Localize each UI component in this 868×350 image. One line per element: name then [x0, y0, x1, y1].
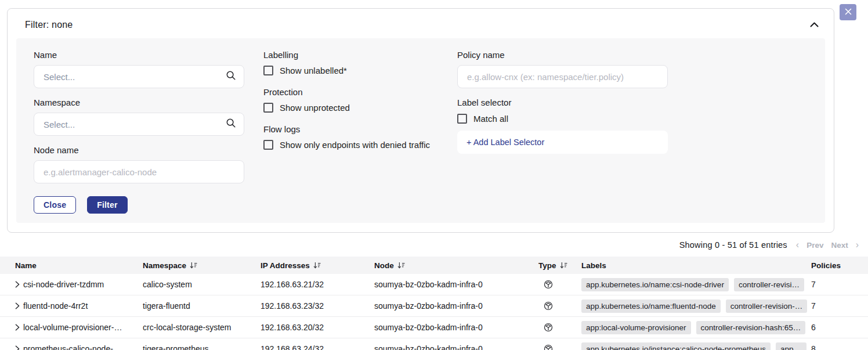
pagination-bar: Showing 0 - 51 of 51 entries ‹ Prev Next… [0, 233, 868, 257]
entries-summary: Showing 0 - 51 of 51 entries [679, 240, 787, 250]
add-label-selector-button[interactable]: + Add Label Selector [457, 131, 668, 154]
policies-count: 7 [811, 280, 868, 289]
table-row[interactable]: fluentd-node-4rr2ttigera-fluentd192.168.… [0, 295, 868, 317]
endpoint-node: soumya-bz-0zbo-kadm-infra-0 [374, 323, 538, 332]
endpoint-name: csi-node-driver-tzdmm [23, 280, 143, 289]
expand-chevron-icon [15, 324, 20, 331]
endpoint-type [538, 301, 581, 311]
namespace-select-input[interactable] [42, 119, 226, 130]
pod-type-icon [544, 323, 553, 332]
close-button[interactable]: Close [34, 196, 76, 214]
endpoint-labels: app:local-volume-provisionercontroller-r… [581, 321, 811, 334]
table-header: NameNamespaceIP AddressesNodeTypeLabelsP… [0, 257, 868, 274]
node-name-field-label: Node name [34, 145, 244, 155]
denied-traffic-checkbox[interactable]: Show only endpoints with denied traffic [263, 140, 441, 150]
table-body: csi-node-driver-tzdmmcalico-system192.16… [0, 274, 868, 350]
filter-button[interactable]: Filter [87, 196, 127, 214]
column-header-node[interactable]: Node [374, 261, 538, 270]
checkbox-icon [263, 140, 273, 150]
name-select[interactable] [34, 65, 244, 88]
filter-column-right: Policy name Label selector Match all + A… [457, 50, 668, 154]
show-unlabelled-checkbox[interactable]: Show unlabelled* [263, 66, 441, 75]
sort-icon[interactable] [560, 262, 567, 269]
show-unprotected-label: Show unprotected [280, 103, 350, 113]
policies-count: 8 [811, 344, 868, 350]
name-field-label: Name [34, 50, 244, 60]
table-row[interactable]: csi-node-driver-tzdmmcalico-system192.16… [0, 274, 868, 295]
endpoint-node: soumya-bz-0zbo-kadm-infra-0 [374, 280, 538, 289]
prev-chevron-icon[interactable]: ‹ [796, 240, 799, 250]
flow-logs-group-label: Flow logs [263, 124, 441, 134]
pager: ‹ Prev Next › [796, 240, 859, 250]
expand-row-button[interactable] [15, 281, 23, 288]
prev-button[interactable]: Prev [806, 241, 823, 250]
next-button[interactable]: Next [831, 241, 848, 250]
checkbox-icon [457, 114, 467, 124]
sort-icon[interactable] [313, 262, 321, 269]
endpoint-name: local-volume-provisioner-… [23, 323, 143, 332]
column-header-policies: Policies [811, 261, 868, 270]
labelling-group-label: Labelling [263, 50, 441, 60]
filter-panel-header: Filter: none [8, 9, 834, 38]
close-panel-button[interactable] [840, 4, 856, 20]
protection-group-label: Protection [263, 87, 441, 97]
sort-icon[interactable] [190, 262, 197, 269]
endpoint-ip: 192.168.63.20/32 [261, 323, 374, 332]
node-name-field[interactable] [34, 160, 244, 183]
label-chip: controller-revisi… [734, 278, 804, 291]
expand-chevron-icon [15, 281, 20, 288]
endpoint-labels: app.kubernetes.io/name:fluentd-nodecontr… [581, 300, 811, 313]
column-header-ip-addresses[interactable]: IP Addresses [261, 261, 374, 270]
collapse-panel-button[interactable] [808, 18, 821, 31]
endpoint-node: soumya-bz-0zbo-kadm-infra-0 [374, 344, 538, 350]
endpoint-name: prometheus-calico-node-… [23, 344, 143, 350]
column-header-type[interactable]: Type [538, 261, 581, 270]
endpoint-namespace: tigera-prometheus [143, 344, 261, 350]
filter-panel: Filter: none Name Namespace [7, 8, 834, 233]
policies-count: 7 [811, 301, 868, 311]
policy-name-input[interactable] [466, 71, 660, 82]
next-chevron-icon[interactable]: › [856, 240, 859, 250]
filter-form: Name Namespace Node name [16, 38, 825, 223]
filter-buttons: Close Filter [34, 196, 244, 214]
policies-count: 6 [811, 323, 868, 332]
search-icon [226, 118, 236, 131]
table-row[interactable]: local-volume-provisioner-…crc-local-stor… [0, 317, 868, 338]
filter-column-middle: Labelling Show unlabelled* Protection Sh… [263, 50, 441, 150]
expand-row-button[interactable] [15, 345, 23, 350]
filter-column-left: Name Namespace Node name [34, 50, 244, 214]
pod-type-icon [544, 280, 553, 289]
label-chip: app.... [776, 342, 807, 350]
expand-chevron-icon [15, 302, 20, 309]
column-header-labels: Labels [581, 261, 811, 270]
checkbox-icon [263, 103, 273, 113]
denied-traffic-label: Show only endpoints with denied traffic [280, 140, 430, 150]
match-all-label: Match all [473, 114, 508, 124]
column-header-namespace[interactable]: Namespace [143, 261, 261, 270]
match-all-checkbox[interactable]: Match all [457, 114, 668, 124]
namespace-select[interactable] [34, 113, 244, 136]
column-header-label: IP Addresses [261, 261, 310, 270]
column-header-label: Type [538, 261, 556, 270]
checkbox-icon [263, 66, 273, 75]
show-unprotected-checkbox[interactable]: Show unprotected [263, 103, 441, 113]
endpoint-node: soumya-bz-0zbo-kadm-infra-0 [374, 301, 538, 311]
policy-name-field-label: Policy name [457, 50, 668, 60]
table-row[interactable]: prometheus-calico-node-…tigera-prometheu… [0, 338, 868, 350]
show-unlabelled-label: Show unlabelled* [280, 66, 347, 75]
endpoint-ip: 192.168.63.23/32 [261, 301, 374, 311]
label-chip: app.kubernetes.io/name:fluentd-node [581, 300, 721, 313]
close-icon [845, 8, 852, 16]
endpoint-namespace: tigera-fluentd [143, 301, 261, 311]
expand-row-button[interactable] [15, 302, 23, 309]
expand-row-button[interactable] [15, 324, 23, 331]
namespace-field-label: Namespace [34, 98, 244, 107]
column-header-label: Labels [581, 261, 606, 270]
endpoint-labels: app.kubernetes.io/name:csi-node-driverco… [581, 278, 811, 291]
policy-name-field[interactable] [457, 65, 668, 88]
name-select-input[interactable] [42, 71, 226, 82]
sort-icon[interactable] [397, 262, 405, 269]
column-header-label: Node [374, 261, 394, 270]
node-name-input[interactable] [42, 167, 236, 178]
endpoint-namespace: calico-system [143, 280, 261, 289]
